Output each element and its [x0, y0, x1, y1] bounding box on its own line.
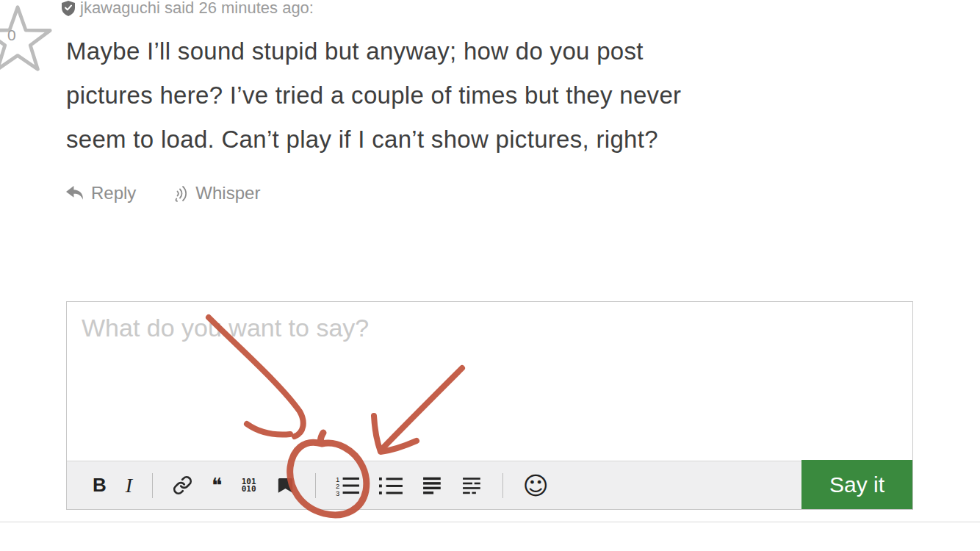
vote-count: 0 — [7, 26, 16, 44]
link-icon — [173, 475, 192, 495]
toolbar-divider — [315, 473, 316, 498]
link-button[interactable] — [163, 461, 202, 509]
unordered-list-button[interactable] — [370, 461, 413, 509]
comment-actions: Reply Whisper — [66, 183, 260, 204]
svg-text:3: 3 — [336, 489, 339, 495]
author-line: jkawaguchi said 26 minutes ago: — [80, 0, 314, 18]
align-justify-button[interactable] — [413, 461, 453, 509]
bold-label: B — [93, 474, 107, 497]
code-icon-line2: 010 — [242, 486, 256, 493]
comment-body: Maybe I’ll sound stupid but anyway; how … — [66, 29, 681, 162]
toolbar-divider — [502, 473, 503, 498]
whisper-button[interactable]: Whisper — [174, 183, 260, 204]
comment-line: seem to load. Can’t play if I can’t show… — [66, 118, 681, 162]
align-right-button[interactable] — [453, 461, 492, 509]
italic-button[interactable]: I — [116, 461, 142, 509]
comment-line: pictures here? I’ve tried a couple of ti… — [66, 73, 681, 118]
badge-shield-icon — [62, 1, 75, 16]
code-button[interactable]: 101 010 — [232, 461, 266, 509]
comment-editor: B I ❝ 101 010 — [66, 301, 913, 510]
say-it-button[interactable]: Say it — [801, 460, 912, 509]
unordered-list-icon — [379, 475, 403, 496]
divider — [0, 522, 980, 522]
whisper-icon — [174, 185, 189, 202]
whisper-label: Whisper — [195, 183, 260, 204]
comment-line: Maybe I’ll sound stupid but anyway; how … — [66, 29, 681, 73]
reply-button[interactable]: Reply — [66, 183, 136, 204]
align-right-icon — [462, 475, 483, 496]
italic-label: I — [126, 474, 132, 497]
reply-icon — [66, 186, 84, 201]
bold-button[interactable]: B — [83, 461, 116, 509]
ordered-list-button[interactable]: 1 2 3 — [326, 461, 370, 509]
quote-button[interactable]: ❝ — [202, 461, 232, 509]
image-upload-icon — [275, 475, 295, 495]
comment-input[interactable] — [67, 302, 912, 461]
reply-label: Reply — [91, 183, 136, 204]
emoji-button[interactable]: ☺ — [514, 461, 558, 509]
toolbar-divider — [152, 473, 153, 498]
align-justify-icon — [422, 475, 443, 496]
forum-comment-page: 0 jkawaguchi said 26 minutes ago: Maybe … — [0, 0, 980, 551]
smiley-icon: ☺ — [523, 471, 549, 500]
ordered-list-icon: 1 2 3 — [336, 475, 360, 496]
comment-meta: jkawaguchi said 26 minutes ago: — [62, 0, 314, 18]
editor-toolbar: B I ❝ 101 010 — [67, 461, 912, 509]
quote-icon: ❝ — [212, 474, 223, 497]
image-upload-button[interactable] — [266, 461, 305, 509]
